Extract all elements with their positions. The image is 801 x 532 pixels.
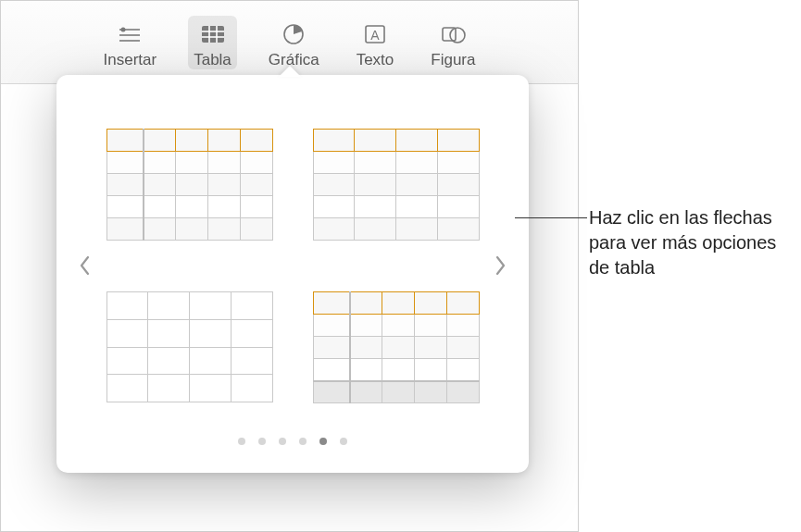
table-style-3[interactable]	[106, 291, 273, 402]
table-style-4[interactable]	[313, 291, 480, 402]
svg-point-13	[450, 28, 465, 43]
page-dot-3[interactable]	[279, 438, 286, 445]
prev-arrow[interactable]	[71, 247, 97, 284]
app-window: Insertar Tabla Gráfica A Texto Figura	[0, 0, 579, 532]
toolbar-text-label: Texto	[357, 51, 394, 69]
table-icon	[196, 21, 230, 47]
toolbar-insert[interactable]: Insertar	[98, 16, 163, 69]
page-dots	[103, 438, 482, 445]
svg-text:A: A	[370, 28, 380, 43]
toolbar-insert-label: Insertar	[104, 51, 157, 69]
chart-icon	[277, 21, 310, 47]
toolbar-table[interactable]: Tabla	[188, 16, 237, 69]
toolbar-table-label: Tabla	[194, 51, 232, 69]
page-dot-4[interactable]	[299, 438, 307, 445]
callout-line	[515, 217, 587, 218]
callout-text: Haz clic en las flechas para ver más opc…	[589, 205, 793, 280]
table-style-1[interactable]	[106, 129, 273, 240]
page-dot-1[interactable]	[238, 438, 245, 445]
table-styles-grid	[103, 112, 482, 419]
shape-icon	[436, 21, 469, 47]
next-arrow[interactable]	[488, 247, 514, 284]
toolbar-text[interactable]: A Texto	[351, 16, 400, 69]
page-dot-2[interactable]	[258, 438, 266, 445]
table-styles-row	[103, 112, 482, 419]
toolbar-shape[interactable]: Figura	[425, 16, 481, 69]
toolbar-chart[interactable]: Gráfica	[263, 16, 325, 69]
insert-icon	[113, 21, 146, 47]
page-dot-5[interactable]	[319, 438, 327, 445]
table-style-2[interactable]	[313, 129, 480, 240]
table-styles-popover	[56, 75, 529, 473]
svg-rect-4	[202, 26, 224, 43]
svg-rect-12	[443, 28, 456, 41]
toolbar-shape-label: Figura	[431, 51, 475, 69]
page-dot-6[interactable]	[340, 438, 347, 445]
text-icon: A	[358, 21, 392, 47]
